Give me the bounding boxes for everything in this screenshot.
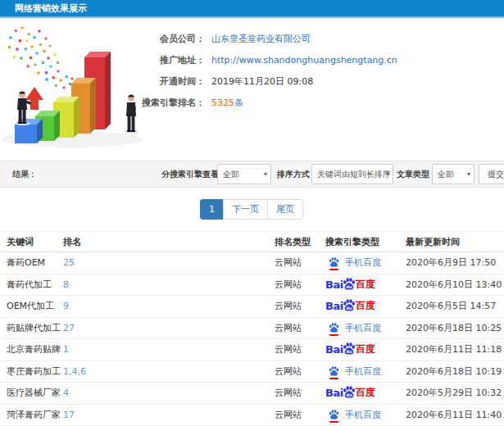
rank-type-cell: 云网站 <box>275 365 322 378</box>
promo-url-label: 推广地址： <box>135 54 205 66</box>
rank-cell: 25 <box>63 257 275 268</box>
engine-select[interactable]: 全部 ▾ <box>217 164 271 184</box>
mobile-baidu-logo: 手机百度 <box>325 365 381 378</box>
chevron-down-icon: ▾ <box>467 165 470 184</box>
rank-link[interactable]: 1 <box>63 344 69 355</box>
engine-cell: Baidu百度 <box>322 385 406 401</box>
table-row: 北京膏药贴牌 1 云网站 Baidu百度 2020年6月11日 11:18 <box>0 339 504 361</box>
engine-cell: Baidu百度 <box>322 342 406 357</box>
col-keyword: 关键词 <box>0 236 63 248</box>
rank-count-label: 搜索引擎排名： <box>135 97 205 109</box>
sort-select[interactable]: 关键词由短到长排序 ▾ <box>311 164 393 184</box>
filter-bar: 结果： 分搜索引擎查看 全部 ▾ 排序方式 关键词由短到长排序 ▾ 文章类型 全… <box>0 161 504 188</box>
svg-text:du: du <box>346 284 352 289</box>
engine-filter-label: 分搜索引擎查看 <box>161 161 219 187</box>
rank-type-cell: 云网站 <box>275 409 322 421</box>
rank-link[interactable]: 4 <box>63 387 69 398</box>
next-page-button[interactable]: 下一页 <box>223 199 268 220</box>
table-row: 药贴牌代加工 27 云网站 手机百度 2020年6月18日 10:25 <box>0 318 504 340</box>
table-row: 医疗器械厂家 4 云网站 Baidu百度 2020年5月29日 10:32 <box>0 383 504 405</box>
engine-cell: Baidu百度 <box>322 298 406 314</box>
article-type-select-value: 全部 <box>438 170 454 179</box>
mobile-baidu-logo: 手机百度 <box>325 256 381 269</box>
baidu-red-underline <box>329 378 338 379</box>
sort-filter-label: 排序方式 <box>277 161 310 187</box>
pagination: 1下一页尾页 <box>0 199 504 220</box>
keyword-cell: 膏药代加工 <box>0 279 63 291</box>
rank-count-number: 5325 <box>211 97 234 108</box>
results-table: 关键词 排名 排名类型 搜索引擎类型 最新更新时间 膏药OEM 25 云网站 手… <box>0 231 504 426</box>
table-row: 枣庄膏药加工 1,4,6 云网站 手机百度 2020年6月18日 10:19 <box>0 361 504 383</box>
col-updated: 最新更新时间 <box>406 236 504 248</box>
article-type-select[interactable]: 全部 ▾ <box>432 164 474 184</box>
rank-link[interactable]: 27 <box>63 323 75 333</box>
rank-type-cell: 云网站 <box>275 343 322 356</box>
keyword-cell: 医疗器械厂家 <box>0 387 63 399</box>
rank-link[interactable]: 8 <box>63 279 69 290</box>
rank-count-value: 5325条 <box>211 97 243 109</box>
updated-cell: 2020年6月5日 14:57 <box>406 300 504 312</box>
rank-link[interactable]: 25 <box>63 257 75 268</box>
table-row: OEM代加工 9 云网站 Baidu百度 2020年6月5日 14:57 <box>0 296 504 318</box>
table-row: 菏泽膏药厂家 17 云网站 手机百度 2020年6月11日 11:40 <box>0 405 504 426</box>
engine-cell: Baidu百度 <box>322 277 406 292</box>
keyword-cell: 北京膏药贴牌 <box>0 343 63 356</box>
baidu-paw-icon <box>329 365 339 377</box>
article-type-label: 文章类型 <box>397 161 429 187</box>
bar-chart-illustration-image <box>0 25 152 156</box>
engine-cell: 手机百度 <box>322 256 406 269</box>
rank-type-cell: 云网站 <box>275 256 322 269</box>
rank-cell: 1,4,6 <box>63 366 275 377</box>
sort-select-value: 关键词由短到长排序 <box>317 170 391 179</box>
table-row: 膏药代加工 8 云网站 Baidu百度 2020年6月10日 13:40 <box>0 274 504 297</box>
rank-cell: 4 <box>63 387 275 398</box>
rank-type-cell: 云网站 <box>275 322 322 334</box>
promo-url-link[interactable]: http://www.shandonghuangshengtang.cn <box>211 55 397 66</box>
svg-text:du: du <box>346 349 352 354</box>
mobile-baidu-logo: 手机百度 <box>325 409 381 421</box>
baidu-red-underline <box>329 421 338 423</box>
open-time-label: 开通时间： <box>135 75 205 88</box>
baidu-paw-icon: du <box>343 298 356 312</box>
baidu-red-underline <box>329 269 338 270</box>
col-rank-type: 排名类型 <box>275 236 322 248</box>
col-rank: 排名 <box>63 236 275 248</box>
baidu-logo: Baidu百度 <box>325 342 375 357</box>
updated-cell: 2020年5月29日 10:32 <box>406 387 504 399</box>
baidu-paw-icon <box>329 409 339 420</box>
updated-cell: 2020年6月11日 11:40 <box>406 409 504 421</box>
last-page-button[interactable]: 尾页 <box>267 199 303 220</box>
chevron-down-icon: ▾ <box>264 165 267 184</box>
page-1-button[interactable]: 1 <box>200 199 224 220</box>
baidu-paw-icon: du <box>343 277 356 291</box>
rank-link[interactable]: 1,4,6 <box>63 366 86 377</box>
company-link[interactable]: 山东皇圣堂药业有限公司 <box>211 33 311 45</box>
submit-button[interactable]: 提交 <box>479 164 504 184</box>
mobile-baidu-logo: 手机百度 <box>325 322 381 334</box>
baidu-red-underline <box>329 334 338 336</box>
col-engine-type: 搜索引擎类型 <box>322 236 406 248</box>
updated-cell: 2020年6月18日 10:19 <box>406 365 504 378</box>
table-row: 膏药OEM 25 云网站 手机百度 2020年6月9日 17:50 <box>0 252 504 274</box>
rank-cell: 8 <box>63 279 275 290</box>
rank-link[interactable]: 9 <box>63 301 69 311</box>
rank-cell: 1 <box>63 344 275 355</box>
baidu-paw-icon: du <box>343 342 356 356</box>
page-title: 网络营销效果展示 <box>0 0 504 18</box>
keyword-cell: 膏药OEM <box>0 256 63 269</box>
engine-cell: 手机百度 <box>322 322 406 334</box>
keyword-cell: OEM代加工 <box>0 300 63 312</box>
baidu-logo: Baidu百度 <box>325 298 375 314</box>
result-label: 结果： <box>12 161 37 187</box>
updated-cell: 2020年6月10日 13:40 <box>406 279 504 291</box>
rank-link[interactable]: 17 <box>63 410 75 420</box>
svg-text:du: du <box>346 306 352 310</box>
field-open-time: 开通时间： 2019年11月20日 09:08 <box>135 70 504 92</box>
company-label: 会员公司： <box>135 33 205 45</box>
rank-type-cell: 云网站 <box>275 279 322 291</box>
rank-cell: 17 <box>63 410 275 420</box>
rank-count-unit: 条 <box>234 97 243 108</box>
rank-type-cell: 云网站 <box>275 300 322 312</box>
table-header-row: 关键词 排名 排名类型 搜索引擎类型 最新更新时间 <box>0 231 504 252</box>
marketing-report-page: 网络营销效果展示 <box>0 0 504 426</box>
